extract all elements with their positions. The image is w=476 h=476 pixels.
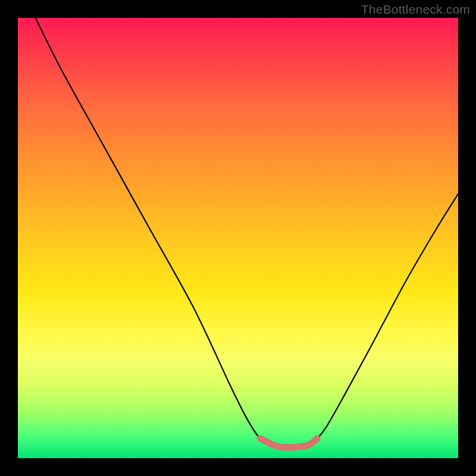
bottleneck-curve <box>36 18 458 447</box>
chart-frame: TheBottleneck.com <box>0 0 476 476</box>
chart-svg <box>18 18 458 458</box>
flat-zone-marker <box>260 439 317 447</box>
attribution-text: TheBottleneck.com <box>361 2 470 17</box>
plot-area <box>18 18 458 458</box>
